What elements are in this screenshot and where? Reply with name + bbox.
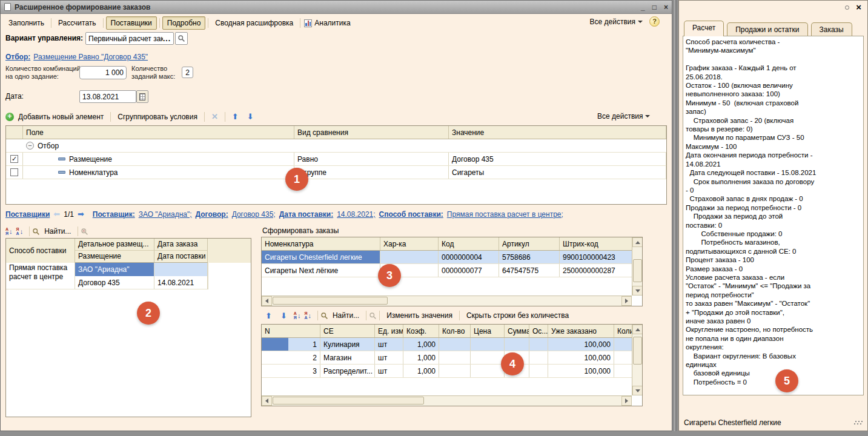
scroll-up-icon[interactable] <box>632 237 643 247</box>
qty-row-2[interactable]: 2 Магазин шт 1,000 100,000 <box>262 351 632 365</box>
rest-cell[interactable] <box>529 338 548 351</box>
qty-hscrollbar[interactable] <box>262 395 632 406</box>
qty-row-3[interactable]: 3 Распределит... шт 1,000 100,000 <box>262 365 632 378</box>
choose-button[interactable]: ... <box>163 35 171 43</box>
code-cell[interactable]: 0000000004 <box>439 251 499 263</box>
filter-row-nomenclature[interactable]: Номенклатура В группе Сигареты <box>6 166 666 179</box>
suppliers-toggle-button[interactable]: Поставщики <box>106 16 157 30</box>
next-supplier-icon[interactable]: ➡ <box>78 210 84 219</box>
comparison-cell[interactable]: Равно <box>294 153 449 165</box>
qty2-cell[interactable] <box>614 338 632 351</box>
filter-link-label[interactable]: Отбор: <box>5 53 30 61</box>
coef-cell[interactable]: 1,000 <box>403 351 439 364</box>
name-cell[interactable]: Сигареты Chesterfield легкие <box>262 251 380 263</box>
price-cell[interactable] <box>471 338 505 351</box>
splitter[interactable] <box>676 0 677 431</box>
all-actions-top[interactable]: Все действия <box>590 18 643 26</box>
collapse-icon[interactable]: − <box>26 142 34 150</box>
splitter[interactable] <box>674 0 675 431</box>
details-toggle-button[interactable]: Подробно <box>162 16 206 30</box>
close-icon[interactable]: × <box>664 3 668 12</box>
find-button[interactable]: Найти... <box>40 225 75 237</box>
qty2-cell[interactable] <box>614 365 632 377</box>
filter-link-value[interactable]: Размещение Равно "Договор 435" <box>33 53 148 61</box>
clear-search-icon[interactable] <box>81 228 88 236</box>
qty-cell[interactable] <box>439 351 471 364</box>
filter-group-row[interactable]: − Отбор <box>6 139 666 153</box>
variant-input[interactable]: Первичный расчет зака ... <box>85 32 174 45</box>
contract-label[interactable]: Договор: <box>196 210 228 219</box>
all-actions-filter[interactable]: Все действия <box>597 112 650 121</box>
barcode-cell[interactable]: 2500000000287 <box>560 264 632 277</box>
delivery-method-value[interactable]: Прямая поставка расчет в центре; <box>447 210 563 219</box>
qty-cell[interactable] <box>439 365 471 377</box>
tasks-max-input[interactable]: 2 <box>182 67 193 78</box>
analytics-button[interactable]: Аналитика <box>314 17 354 29</box>
move-down-icon[interactable]: ⬇ <box>276 310 291 322</box>
name-cell[interactable]: Сигареты Next лёгкие <box>262 264 380 277</box>
supplier-label[interactable]: Поставщик: <box>93 210 135 219</box>
move-up-icon[interactable]: ⬆ <box>261 310 276 322</box>
scroll-up-icon[interactable] <box>632 325 643 334</box>
scroll-thumb[interactable] <box>633 337 642 365</box>
contract-value[interactable]: Договор 435; <box>232 210 276 219</box>
sort-asc-icon[interactable]: АЯ ↓ <box>294 311 301 320</box>
fill-button[interactable]: Заполнить <box>4 17 48 29</box>
unit-cell[interactable]: шт <box>375 351 403 364</box>
move-down-icon[interactable]: ⬇ <box>243 111 258 122</box>
rest-cell[interactable] <box>529 351 548 364</box>
summary-button[interactable]: Сводная расшифровка <box>211 17 297 29</box>
n-cell[interactable]: 1 <box>262 338 320 351</box>
code-cell[interactable]: 0000000077 <box>439 264 499 277</box>
sort-desc-icon[interactable]: ЯА ↓ <box>304 311 311 320</box>
qty-cell[interactable] <box>439 338 471 351</box>
qty2-cell[interactable] <box>614 351 632 364</box>
nomenclature-vscrollbar[interactable] <box>632 237 642 296</box>
delivery-method-label[interactable]: Способ поставки: <box>379 210 443 219</box>
scroll-right-icon[interactable] <box>621 296 632 306</box>
article-cell[interactable]: 647547575 <box>499 264 560 277</box>
unit-cell[interactable]: шт <box>375 338 403 351</box>
unit-cell[interactable]: шт <box>375 365 403 377</box>
scroll-down-icon[interactable] <box>632 286 643 296</box>
sort-asc-icon[interactable]: АЯ ↓ <box>5 227 13 236</box>
delete-icon[interactable]: ✕ <box>207 110 222 123</box>
panel-close-icon[interactable]: × <box>856 2 861 12</box>
date-picker-button[interactable] <box>136 90 148 103</box>
qty-row-1[interactable]: 1 Кулинария шт 1,000 100,000 <box>262 338 632 351</box>
sum-cell[interactable] <box>505 338 529 351</box>
resize-grip[interactable] <box>855 421 856 422</box>
qty-vscrollbar[interactable] <box>632 325 642 395</box>
scroll-thumb[interactable] <box>273 397 424 405</box>
group-conditions-button[interactable]: Сгруппировать условия <box>113 111 202 123</box>
variant-search-button[interactable] <box>175 32 188 45</box>
barcode-cell[interactable]: 9900100000423 <box>560 251 632 263</box>
comparison-cell[interactable]: В группе <box>294 166 449 179</box>
method-cell[interactable]: Прямая поставка расчет в центре <box>6 263 75 289</box>
sort-desc-icon[interactable]: ЯА ↓ <box>16 227 24 236</box>
filter-row-placement[interactable]: ✓ Размещение Равно Договор 435 <box>6 153 666 166</box>
placement-cell-selected[interactable]: ЗАО "Ариадна" <box>75 263 154 276</box>
coef-cell[interactable]: 1,000 <box>403 338 439 351</box>
combinations-input[interactable]: 1 000 <box>79 66 127 79</box>
nomenclature-hscrollbar[interactable] <box>262 296 632 306</box>
delivery-date-label[interactable]: Дата поставки: <box>279 210 334 219</box>
scroll-thumb[interactable] <box>633 259 642 282</box>
coef-cell[interactable]: 1,000 <box>403 365 439 377</box>
supplier-value[interactable]: ЗАО "Ариадна"; <box>139 210 192 219</box>
ce-cell[interactable]: Магазин <box>320 351 375 364</box>
ordered-cell[interactable]: 100,000 <box>548 365 614 377</box>
add-element-button[interactable]: Добавить новый элемент <box>14 111 108 123</box>
delivery-date-cell[interactable]: 14.08.2021 <box>154 276 208 289</box>
price-cell[interactable] <box>471 365 505 377</box>
value-cell[interactable]: Сигареты <box>449 166 666 179</box>
order-date-cell[interactable] <box>154 263 208 276</box>
price-cell[interactable] <box>471 351 505 364</box>
ordered-cell[interactable]: 100,000 <box>548 351 614 364</box>
nomenclature-row-2[interactable]: Сигареты Next лёгкие 0000000077 64754757… <box>262 264 632 277</box>
tab-orders[interactable]: Заказы <box>811 22 852 36</box>
n-cell[interactable]: 3 <box>262 365 320 377</box>
find-button[interactable]: Найти... <box>328 309 363 322</box>
contract-cell[interactable]: Договор 435 <box>75 276 154 289</box>
calc-text-box[interactable]: Способ расчета количества - "Минимум-мак… <box>683 36 864 395</box>
